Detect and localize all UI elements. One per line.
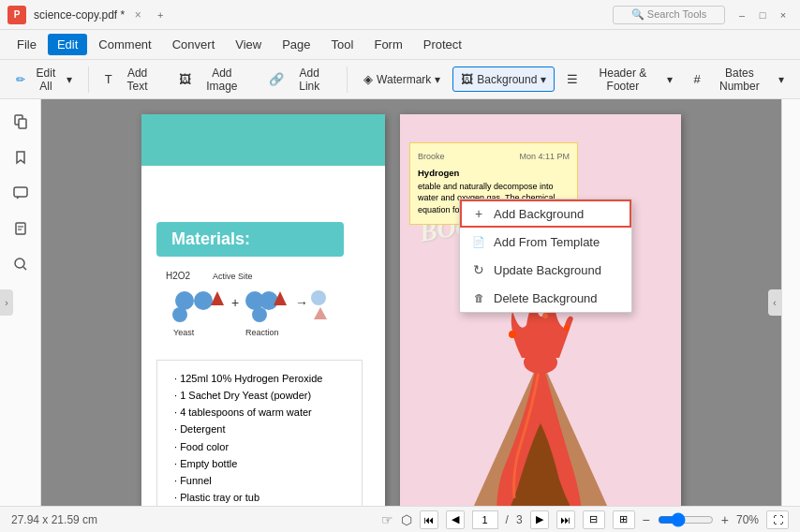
add-text-button[interactable]: T Add Text: [96, 61, 168, 98]
add-from-template-item[interactable]: 📄 Add From Template: [460, 228, 631, 256]
background-icon: 🖼: [461, 72, 473, 86]
status-right: ☞ ⬡ ⏮ ◀ / 3 ▶ ⏭ ⊟ ⊞ − + 70% ⛶: [381, 510, 789, 529]
menu-page[interactable]: Page: [273, 34, 319, 55]
svg-marker-21: [314, 307, 327, 319]
header-footer-label: Header & Footer: [582, 66, 663, 93]
bates-label: Bates Number: [704, 66, 775, 93]
fit-width-button[interactable]: ⊞: [613, 510, 635, 529]
svg-point-34: [542, 313, 548, 318]
tab-filename: science-copy.pdf *: [34, 8, 125, 22]
material-item: Food color: [170, 438, 348, 455]
svg-rect-3: [16, 223, 25, 234]
svg-point-6: [15, 259, 24, 268]
current-page-input[interactable]: [472, 510, 498, 529]
page-dimensions: 27.94 x 21.59 cm: [11, 513, 97, 526]
header-footer-arrow: ▾: [667, 73, 673, 86]
main-area: › Materials: H2O2 Active Site: [0, 99, 800, 506]
link-icon: 🔗: [269, 72, 284, 86]
svg-point-33: [564, 325, 570, 331]
zoom-slider[interactable]: [658, 512, 714, 527]
add-background-item[interactable]: + Add Background: [460, 200, 631, 228]
pages-container: Materials: H2O2 Active Site: [41, 99, 781, 506]
materials-list: 125ml 10% Hydrogen Peroxide1 Sachet Dry …: [156, 360, 363, 506]
delete-background-label: Delete Background: [494, 291, 598, 305]
status-bar: 27.94 x 21.59 cm ☞ ⬡ ⏮ ◀ / 3 ▶ ⏭ ⊟ ⊞ − +…: [0, 506, 800, 532]
svg-text:+: +: [231, 295, 239, 310]
new-tab-button[interactable]: +: [151, 6, 170, 24]
sidebar-item-attachment[interactable]: [6, 214, 36, 244]
title-bar: P science-copy.pdf * × + 🔍 Search Tools …: [0, 0, 800, 30]
prev-page-button[interactable]: ◀: [446, 510, 465, 529]
page-separator: /: [506, 513, 509, 526]
add-from-template-label: Add From Template: [494, 235, 600, 249]
fullscreen-button[interactable]: ⛶: [766, 510, 789, 529]
menu-comment[interactable]: Comment: [89, 34, 160, 55]
menu-bar: File Edit Comment Convert View Page Tool…: [0, 30, 800, 60]
bates-number-button[interactable]: # Bates Number ▾: [685, 61, 793, 98]
cursor-icon[interactable]: ☞: [381, 512, 393, 527]
update-icon: ↻: [471, 262, 486, 277]
add-image-button[interactable]: 🖼 Add Image: [170, 61, 257, 98]
divider-2: [347, 66, 348, 93]
edit-all-label: Edit All: [29, 66, 63, 93]
svg-rect-1: [19, 119, 26, 128]
select-icon[interactable]: ⬡: [401, 512, 412, 527]
add-background-label: Add Background: [494, 207, 584, 221]
sidebar-expand-arrow[interactable]: ›: [0, 289, 13, 316]
menu-file[interactable]: File: [7, 34, 46, 55]
maximize-button[interactable]: □: [753, 6, 772, 24]
close-tab-button[interactable]: ×: [128, 6, 147, 24]
background-button[interactable]: 🖼 Background ▾: [452, 66, 555, 92]
comment-user: Brooke: [418, 151, 445, 163]
header-footer-button[interactable]: ☰ Header & Footer ▾: [558, 61, 681, 98]
add-link-button[interactable]: 🔗 Add Link: [260, 61, 339, 98]
watermark-arrow: ▾: [435, 73, 440, 86]
svg-text:H2O2: H2O2: [166, 271, 191, 281]
sidebar-item-comment[interactable]: [6, 178, 36, 208]
last-page-button[interactable]: ⏭: [556, 510, 575, 529]
material-item: Funnel: [170, 472, 348, 489]
svg-point-17: [252, 307, 267, 322]
first-page-button[interactable]: ⏮: [420, 510, 438, 529]
minimize-button[interactable]: –: [733, 6, 751, 24]
menu-form[interactable]: Form: [364, 34, 411, 55]
background-arrow: ▾: [541, 73, 546, 86]
left-sidebar: ›: [0, 99, 41, 506]
bates-arrow: ▾: [778, 73, 784, 86]
pdf-page-left: Materials: H2O2 Active Site: [141, 114, 385, 506]
next-page-button[interactable]: ▶: [530, 510, 549, 529]
search-tools-area: 🔍 Search Tools: [613, 6, 725, 24]
sidebar-item-pages[interactable]: [6, 107, 36, 137]
update-background-item[interactable]: ↻ Update Background: [460, 256, 631, 284]
menu-view[interactable]: View: [226, 34, 271, 55]
image-icon: 🖼: [179, 72, 191, 86]
divider-1: [88, 66, 89, 93]
pdf-area: Materials: H2O2 Active Site: [41, 99, 781, 506]
material-item: Detergent: [170, 421, 348, 437]
add-image-label: Add Image: [195, 66, 248, 93]
material-item: 4 tablespoons of warm water: [170, 404, 348, 421]
edit-all-button[interactable]: ✏ Edit All ▾: [7, 61, 81, 98]
menu-tool[interactable]: Tool: [322, 34, 363, 55]
close-window-button[interactable]: ×: [774, 6, 793, 24]
delete-background-item[interactable]: 🗑 Delete Background: [460, 284, 631, 312]
zoom-out-button[interactable]: −: [643, 512, 650, 527]
menu-convert[interactable]: Convert: [163, 34, 225, 55]
svg-point-20: [311, 290, 326, 305]
watermark-button[interactable]: ◈ Watermark ▾: [355, 66, 449, 92]
svg-text:Reaction: Reaction: [245, 328, 279, 337]
svg-text:Yeast: Yeast: [173, 328, 195, 337]
bates-icon: #: [693, 72, 700, 86]
menu-protect[interactable]: Protect: [414, 34, 471, 55]
right-panel-expand-arrow[interactable]: ‹: [768, 289, 781, 316]
sidebar-item-bookmark[interactable]: [6, 142, 36, 172]
app-icon: P: [7, 6, 26, 24]
sidebar-item-search[interactable]: [6, 249, 36, 279]
update-background-label: Update Background: [494, 263, 601, 277]
background-label: Background: [477, 73, 537, 86]
svg-point-11: [194, 291, 213, 310]
zoom-in-button[interactable]: +: [721, 512, 729, 527]
menu-edit[interactable]: Edit: [48, 34, 87, 55]
fit-page-button[interactable]: ⊟: [583, 510, 605, 529]
zoom-level: 70%: [736, 513, 759, 526]
